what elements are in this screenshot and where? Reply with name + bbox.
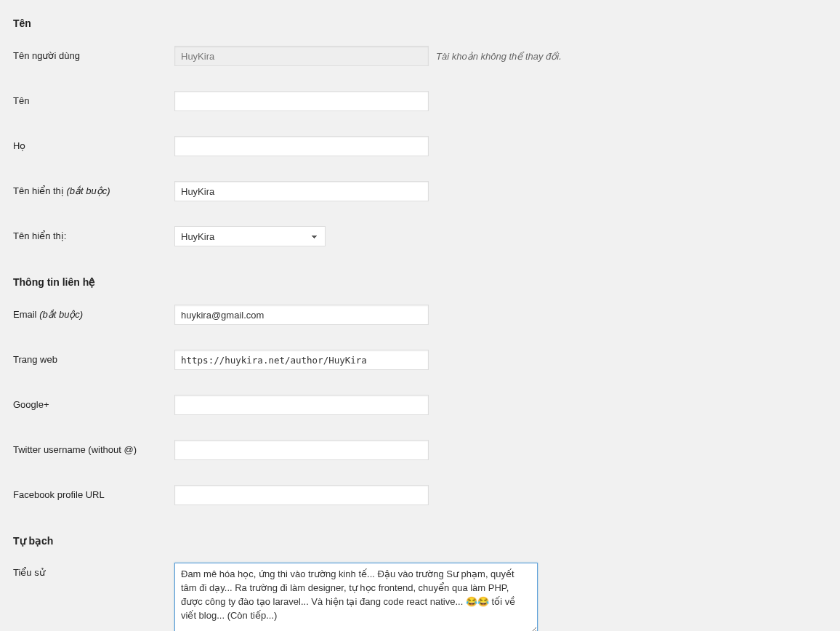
label-googleplus: Google+ (13, 399, 174, 411)
label-display-name-text-suffix: (bắt buộc) (66, 185, 110, 196)
select-display-name[interactable]: HuyKira (174, 226, 326, 246)
row-website: Trang web (13, 349, 827, 371)
field-col-facebook (174, 485, 429, 505)
row-bio: Tiểu sử (13, 563, 827, 631)
input-twitter[interactable] (174, 440, 429, 460)
label-first-name: Tên (13, 95, 174, 108)
textarea-bio[interactable] (174, 563, 538, 631)
label-twitter: Twitter username (without @) (13, 444, 174, 457)
row-first-name: Tên (13, 90, 827, 112)
input-first-name[interactable] (174, 91, 429, 111)
label-display-name-select: Tên hiển thị: (13, 230, 174, 243)
label-email-prefix: Email (13, 309, 39, 320)
row-email: Email (bắt buộc) (13, 304, 827, 326)
field-col-last-name (174, 136, 429, 156)
field-col-website (174, 350, 429, 370)
input-display-name[interactable] (174, 181, 429, 201)
field-col-googleplus (174, 395, 429, 415)
label-email-suffix: (bắt buộc) (39, 309, 83, 320)
section-heading-name: Tên (13, 17, 827, 29)
input-facebook[interactable] (174, 485, 429, 505)
row-twitter: Twitter username (without @) (13, 439, 827, 461)
input-email[interactable] (174, 305, 429, 325)
input-username (174, 46, 429, 66)
field-col-display-name-text (174, 181, 429, 201)
label-bio: Tiểu sử (13, 563, 174, 579)
row-googleplus: Google+ (13, 394, 827, 416)
field-col-twitter (174, 440, 429, 460)
input-last-name[interactable] (174, 136, 429, 156)
label-website: Trang web (13, 354, 174, 366)
section-heading-about: Tự bạch (13, 535, 827, 547)
row-last-name: Họ (13, 135, 827, 157)
label-email: Email (bắt buộc) (13, 309, 174, 321)
row-username: Tên người dùng Tài khoản không thể thay … (13, 45, 827, 67)
row-display-name-text: Tên hiển thị (bắt buộc) (13, 180, 827, 202)
input-googleplus[interactable] (174, 395, 429, 415)
field-col-first-name (174, 91, 429, 111)
hint-username: Tài khoản không thể thay đổi. (436, 51, 562, 62)
input-website[interactable] (174, 350, 429, 370)
row-facebook: Facebook profile URL (13, 484, 827, 506)
field-col-bio (174, 563, 538, 631)
section-heading-contact: Thông tin liên hệ (13, 276, 827, 288)
field-col-display-name-select: HuyKira (174, 226, 326, 246)
label-last-name: Họ (13, 140, 174, 153)
row-display-name-select: Tên hiển thị: HuyKira (13, 225, 827, 247)
field-col-username: Tài khoản không thể thay đổi. (174, 46, 562, 66)
label-display-name-text: Tên hiển thị (bắt buộc) (13, 185, 174, 198)
field-col-email (174, 305, 429, 325)
label-display-name-text-prefix: Tên hiển thị (13, 185, 66, 196)
label-facebook: Facebook profile URL (13, 489, 174, 502)
label-username: Tên người dùng (13, 50, 174, 63)
